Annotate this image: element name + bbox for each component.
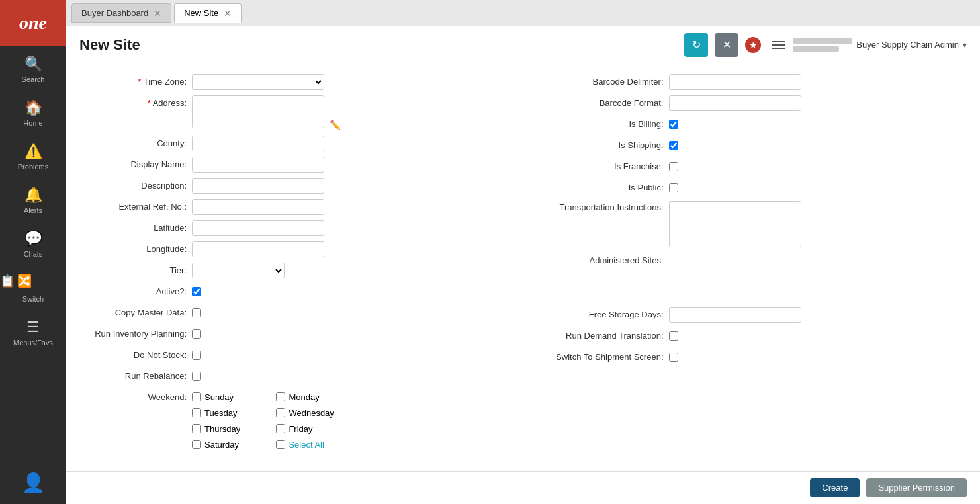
problems-icon: ⚠️: [24, 143, 42, 160]
select-all-link[interactable]: Select All: [289, 440, 324, 450]
user-name-label: Buyer Supply Chain Admin: [856, 40, 959, 50]
longitude-input[interactable]: [192, 241, 324, 257]
tab-customs[interactable]: Customs: [342, 468, 400, 471]
tier-select[interactable]: [192, 263, 285, 278]
friday-checkbox[interactable]: [276, 424, 285, 433]
sidebar-item-menus[interactable]: ☰ Menus/Favs: [0, 310, 66, 353]
run-inventory-row: Run Inventory Planning:: [79, 326, 510, 342]
run-inventory-label: Run Inventory Planning:: [79, 326, 192, 342]
saturday-checkbox-row: Saturday: [192, 437, 249, 452]
saturday-checkbox[interactable]: [192, 440, 201, 449]
sidebar-item-search[interactable]: 🔍 Search: [0, 46, 66, 90]
copy-master-label: Copy Master Data:: [79, 305, 192, 321]
sidebar-item-problems[interactable]: ⚠️ Problems: [0, 134, 66, 177]
free-storage-days-input[interactable]: [669, 307, 801, 323]
do-not-stock-label: Do Not Stock:: [79, 347, 192, 363]
user-dropdown-icon[interactable]: ▾: [963, 40, 967, 50]
description-input[interactable]: [192, 178, 324, 194]
address-input[interactable]: [192, 95, 324, 128]
friday-checkbox-row: Friday: [276, 421, 334, 436]
sidebar-item-alerts[interactable]: 🔔 Alerts: [0, 177, 66, 221]
free-storage-days-row: Free Storage Days:: [537, 307, 967, 323]
sidebar-item-user-avatar[interactable]: 👤: [0, 462, 66, 504]
is-billing-checkbox[interactable]: [669, 120, 678, 129]
thursday-checkbox[interactable]: [192, 424, 201, 433]
sidebar-item-switch-full[interactable]: Switch: [0, 286, 66, 310]
county-row: County:: [79, 136, 510, 151]
home-icon: 🏠: [24, 99, 42, 116]
sunday-checkbox[interactable]: [192, 392, 201, 401]
county-label: County:: [79, 136, 192, 151]
tab-inventory-policy[interactable]: Inventory Policy: [257, 468, 342, 471]
barcode-format-input[interactable]: [669, 95, 801, 111]
friday-label: Friday: [289, 424, 312, 434]
alerts-icon: 🔔: [24, 187, 42, 204]
close-button[interactable]: ✕: [715, 33, 738, 57]
tuesday-checkbox[interactable]: [192, 408, 201, 417]
is-billing-row: Is Billing:: [537, 116, 967, 132]
create-button[interactable]: Create: [810, 478, 860, 497]
supplier-permission-button[interactable]: Supplier Permission: [866, 478, 967, 497]
time-zone-row: Time Zone:: [79, 74, 510, 90]
latitude-row: Latitude:: [79, 220, 510, 236]
county-input[interactable]: [192, 136, 324, 151]
tab-contacts[interactable]: Contacts: [79, 468, 137, 471]
barcode-format-label: Barcode Format:: [537, 95, 669, 111]
is-franchise-checkbox[interactable]: [669, 162, 678, 171]
run-rebalance-row: Run Rebalance:: [79, 368, 510, 384]
search-icon: 🔍: [24, 56, 42, 73]
display-name-input[interactable]: [192, 157, 324, 173]
longitude-row: Longitude:: [79, 241, 510, 257]
latitude-input[interactable]: [192, 220, 324, 236]
tier-label: Tier:: [79, 263, 192, 278]
form-tabs: Contacts Life-cycle Attributes Inventory…: [79, 468, 967, 471]
switch-shipment-checkbox[interactable]: [669, 353, 678, 362]
address-input-group: ✏️: [192, 95, 341, 130]
is-billing-label: Is Billing:: [537, 116, 669, 132]
notification-badge: ★: [745, 37, 761, 53]
external-ref-row: External Ref. No.:: [79, 199, 510, 215]
is-public-row: Is Public:: [537, 180, 967, 196]
barcode-format-row: Barcode Format:: [537, 95, 967, 111]
switch-shipment-label: Switch To Shipment Screen:: [537, 349, 669, 365]
form-right-col: Barcode Delimiter: Barcode Format: Is Bi…: [537, 74, 967, 457]
is-public-checkbox[interactable]: [669, 183, 678, 192]
weekend-label: Weekend:: [79, 390, 192, 405]
sidebar: one 🔍 Search 🏠 Home ⚠️ Problems 🔔 Alerts…: [0, 0, 66, 504]
barcode-delimiter-input[interactable]: [669, 74, 801, 90]
edit-icon[interactable]: ✏️: [330, 120, 341, 130]
tab-new-site[interactable]: New Site ✕: [174, 3, 242, 23]
external-ref-input[interactable]: [192, 199, 324, 215]
wednesday-checkbox[interactable]: [276, 408, 285, 417]
display-name-row: Display Name:: [79, 157, 510, 173]
select-all-checkbox[interactable]: [276, 440, 285, 449]
free-storage-days-label: Free Storage Days:: [537, 307, 669, 323]
app-logo: one: [0, 0, 66, 46]
time-zone-select[interactable]: [192, 74, 324, 90]
sidebar-item-chats[interactable]: 💬 Chats: [0, 221, 66, 265]
tab-attributes[interactable]: Attributes: [197, 468, 257, 471]
saturday-label: Saturday: [204, 440, 239, 450]
transport-instructions-input[interactable]: [669, 201, 801, 247]
run-demand-checkbox[interactable]: [669, 331, 678, 341]
tuesday-label: Tuesday: [204, 408, 237, 418]
wednesday-checkbox-row: Wednesday: [276, 405, 334, 420]
sidebar-item-home[interactable]: 🏠 Home: [0, 90, 66, 134]
tab-buyer-dashboard[interactable]: Buyer Dashboard ✕: [71, 3, 171, 23]
tab-lifecycle[interactable]: Life-cycle: [137, 468, 197, 471]
copy-master-checkbox[interactable]: [192, 308, 201, 317]
is-shipping-row: Is Shipping:: [537, 138, 967, 153]
is-shipping-checkbox[interactable]: [669, 141, 678, 150]
tab-close-new-site[interactable]: ✕: [224, 8, 232, 19]
active-checkbox[interactable]: [192, 287, 201, 296]
longitude-label: Longitude:: [79, 241, 192, 257]
run-inventory-checkbox[interactable]: [192, 329, 201, 339]
address-row: Address: ✏️: [79, 95, 510, 130]
refresh-button[interactable]: ↻: [684, 33, 708, 57]
monday-checkbox[interactable]: [276, 392, 285, 401]
run-rebalance-checkbox[interactable]: [192, 372, 201, 381]
header-actions: ↻ ✕ ★ Buyer Supply Chain Admin ▾: [684, 33, 967, 57]
menu-icon[interactable]: [772, 41, 785, 49]
tab-close-buyer-dashboard[interactable]: ✕: [154, 8, 161, 19]
do-not-stock-checkbox[interactable]: [192, 351, 201, 360]
